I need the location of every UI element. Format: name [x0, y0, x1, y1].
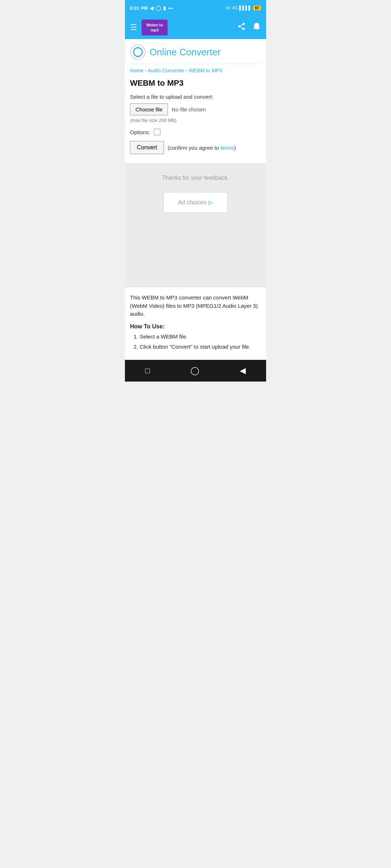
- app-logo: Webm to mp3: [142, 20, 168, 36]
- terms-link[interactable]: terms: [220, 145, 234, 151]
- breadcrumb-sep1: -: [143, 68, 148, 73]
- page-title: WEBM to MP3: [130, 78, 261, 88]
- site-title: Online Converter: [150, 47, 221, 58]
- battery-indicator: 97: [253, 5, 261, 10]
- choose-file-button[interactable]: Choose file: [130, 103, 168, 115]
- logo-area: Online Converter: [130, 44, 261, 64]
- breadcrumb: Home - Audio Converter - WEBM to MP3: [130, 68, 261, 73]
- description-text: This WEBM to MP3 converter can convert W…: [130, 294, 261, 318]
- home-square-icon[interactable]: □: [145, 366, 150, 375]
- max-size-text: (max file size 200 MB): [130, 118, 261, 123]
- gray-section: Thanks for your feedback. Ad choices ▷: [125, 164, 266, 287]
- app-bar-left: ☰ Webm to mp3: [130, 20, 168, 36]
- breadcrumb-sep2: -: [184, 68, 189, 73]
- navigation-icon: ◀: [150, 5, 154, 11]
- breadcrumb-current[interactable]: WEBM to MP3: [189, 68, 222, 73]
- convert-button[interactable]: Convert: [130, 141, 164, 154]
- file-input-row: Choose file No file chosen: [130, 103, 261, 115]
- ad-choices-icon: ▷: [209, 199, 213, 206]
- feedback-text: Thanks for your feedback.: [130, 175, 261, 181]
- confirm-text: (confirm you agree to terms): [168, 145, 236, 151]
- how-to-step-1: 1. Select a WEBM file.: [134, 333, 261, 341]
- svg-point-2: [243, 28, 245, 30]
- description-section: This WEBM to MP3 converter can convert W…: [125, 287, 266, 360]
- time: 6:01 PM: [130, 5, 148, 11]
- no-file-text: No file chosen: [172, 106, 206, 112]
- back-triangle-icon[interactable]: ◀: [240, 366, 246, 375]
- options-label: Options:: [130, 129, 150, 135]
- how-to-title: How To Use:: [130, 323, 261, 330]
- more-icon: •••: [168, 5, 173, 11]
- breadcrumb-home[interactable]: Home: [130, 68, 143, 73]
- convert-row: Convert (confirm you agree to terms): [130, 141, 261, 154]
- network-type: 4G: [232, 5, 238, 10]
- online-converter-logo: [130, 44, 146, 60]
- main-content: Online Converter Home - Audio Converter …: [125, 39, 266, 164]
- bottom-nav: □ ◯ ◀: [125, 360, 266, 382]
- options-row: Options:: [130, 129, 261, 135]
- volte-icon: Vo: [226, 5, 231, 10]
- status-left: 6:01 PM ◀ ◯ ▮ •••: [130, 5, 173, 11]
- hamburger-menu[interactable]: ☰: [130, 23, 137, 32]
- app-bar: ☰ Webm to mp3: [125, 16, 266, 39]
- svg-point-0: [243, 23, 245, 25]
- breadcrumb-audio-converter[interactable]: Audio Converter: [148, 68, 184, 73]
- ad-choices-box[interactable]: Ad choices ▷: [163, 192, 228, 213]
- messages-icon: ▮: [163, 5, 166, 11]
- status-right: Vo 4G ▌▌▌▌ 97: [226, 5, 261, 10]
- notification-icon[interactable]: [252, 22, 261, 33]
- whatsapp-icon: ◯: [156, 5, 161, 11]
- upload-label: Select a file to upload and convert:: [130, 94, 261, 100]
- svg-point-1: [238, 25, 240, 27]
- home-circle-icon[interactable]: ◯: [190, 366, 199, 375]
- svg-line-4: [240, 25, 243, 26]
- app-bar-right: [237, 22, 261, 33]
- share-icon[interactable]: [237, 22, 246, 33]
- signal-icon: ▌▌▌▌: [239, 5, 252, 10]
- ad-choices-text: Ad choices: [178, 199, 206, 206]
- svg-line-3: [240, 27, 243, 29]
- status-bar: 6:01 PM ◀ ◯ ▮ ••• Vo 4G ▌▌▌▌ 97: [125, 0, 266, 16]
- options-checkbox[interactable]: [154, 129, 160, 135]
- how-to-step-2: 2. Click button "Convert" to start uploa…: [134, 343, 261, 351]
